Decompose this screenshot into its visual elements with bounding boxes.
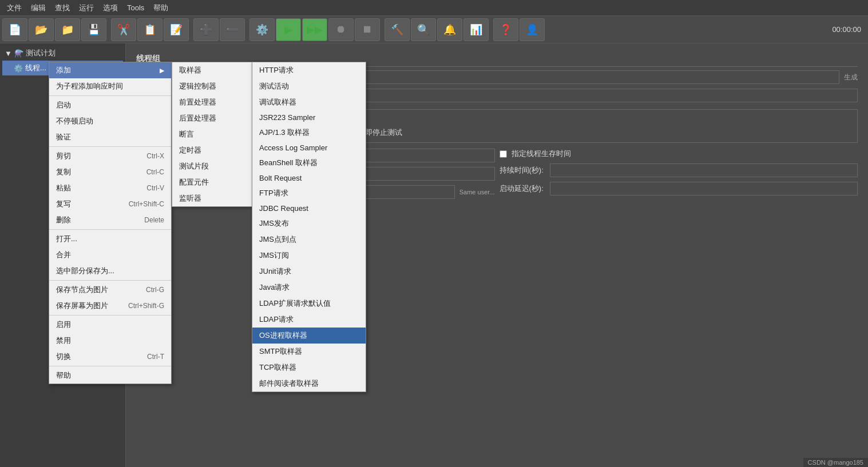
tree-root[interactable]: ▼ ⚗️ 测试计划 [2, 46, 123, 61]
sub2-ldap-ext[interactable]: LDAP扩展请求默认值 [252, 296, 366, 312]
sub2-jms-pub[interactable]: JMS发布 [252, 215, 366, 231]
ctx-save-node-img[interactable]: 保存节点为图片 Ctrl-G [49, 282, 171, 298]
toolbar-settings[interactable]: ⚙️ [249, 18, 275, 41]
toolbar-start-nopause[interactable]: ▶▶ [302, 18, 327, 41]
ctx-enable[interactable]: 启用 [49, 317, 171, 333]
toolbar-copy[interactable]: 📋 [137, 18, 162, 41]
ctx-help[interactable]: 帮助 [49, 368, 171, 384]
sub2-jsr223-label: JSR223 Sampler [259, 113, 359, 122]
sub2-http-label: HTTP请求 [259, 65, 359, 75]
sub2-jms-p2p-label: JMS点到点 [259, 234, 359, 245]
ctx-delete[interactable]: 删除 Delete [49, 212, 171, 228]
ctx-open-label: 打开... [56, 234, 164, 244]
toolbar: 📄 📂 📁 💾 ✂️ 📋 📝 ➕ ➖ ⚙️ ▶ ▶▶ ⏺ ⏹ 🔨 🔍 🔔 📊 ❓… [0, 16, 868, 43]
sub2-jms-p2p[interactable]: JMS点到点 [252, 231, 366, 248]
statusbar: CSDN @mango185 [803, 458, 868, 467]
ctx-cut[interactable]: 剪切 Ctrl-X [49, 148, 171, 164]
ctx-sep2 [49, 146, 171, 147]
ctx-duplicate[interactable]: 复写 Ctrl+Shift-C [49, 196, 171, 212]
menu-options[interactable]: 选项 [98, 1, 122, 15]
ctx-validate[interactable]: 验证 [49, 129, 171, 145]
sub2-jdbc[interactable]: JDBC Request [252, 201, 366, 215]
toolbar-add[interactable]: ➕ [193, 18, 219, 41]
toolbar-paste[interactable]: 📝 [164, 18, 189, 41]
ctx-save-selection[interactable]: 选中部分保存为... [49, 263, 171, 279]
tree-root-icon: ⚗️ [14, 49, 23, 58]
tree-root-label: 测试计划 [26, 48, 56, 58]
menu-file[interactable]: 文件 [2, 1, 26, 15]
sub2-debug-label: 调试取样器 [259, 97, 359, 107]
ctx-open[interactable]: 打开... [49, 231, 171, 247]
toolbar-remove[interactable]: ➖ [220, 18, 245, 41]
ctx-delete-shortcut: Delete [144, 216, 164, 224]
ctx-add-response-time[interactable]: 为子程添加响应时间 [49, 78, 171, 94]
specify-duration-check[interactable] [500, 150, 507, 158]
ctx-duplicate-shortcut: Ctrl+Shift-C [129, 200, 164, 208]
ctx-save-node-img-label: 保存节点为图片 [56, 285, 134, 295]
sub2-ldap-ext-label: LDAP扩展请求默认值 [259, 298, 359, 309]
menu-help[interactable]: 帮助 [149, 1, 173, 15]
sub2-java-label: Java请求 [259, 282, 359, 293]
sub2-smtp[interactable]: SMTP取样器 [252, 344, 366, 360]
ctx-disable[interactable]: 禁用 [49, 333, 171, 349]
toolbar-open[interactable]: 📂 [29, 18, 54, 41]
sub2-os-process[interactable]: OS进程取样器 [252, 328, 366, 344]
action-label-right: 生成 [844, 73, 858, 82]
menu-find[interactable]: 查找 [50, 1, 74, 15]
ctx-copy[interactable]: 复制 Ctrl-C [49, 164, 171, 180]
menu-edit[interactable]: 编辑 [26, 1, 50, 15]
ctx-validate-label: 验证 [56, 132, 164, 142]
toolbar-stop-circle[interactable]: ⏺ [328, 18, 354, 41]
toolbar-remote[interactable]: 🔍 [411, 18, 436, 41]
sub2-junit[interactable]: JUnit请求 [252, 264, 366, 280]
ctx-start[interactable]: 启动 [49, 97, 171, 113]
duration-input[interactable] [550, 163, 858, 177]
toolbar-templates[interactable]: 📁 [55, 18, 80, 41]
sub2-tcp[interactable]: TCP取样器 [252, 360, 366, 376]
ctx-add[interactable]: 添加 ▶ [49, 62, 171, 78]
toolbar-notify[interactable]: 🔔 [437, 18, 462, 41]
timer-display: 00:00:00 [832, 25, 866, 34]
sub2-test-action[interactable]: 测试活动 [252, 78, 366, 94]
main-context-menu[interactable]: 添加 ▶ 为子程添加响应时间 启动 不停顿启动 验证 剪切 Ctrl-X 复制 … [49, 62, 172, 384]
submenu-sampler[interactable]: HTTP请求 测试活动 调试取样器 JSR223 Sampler AJP/1.3… [252, 62, 366, 392]
toolbar-save[interactable]: 💾 [81, 18, 106, 41]
same-user-label: Same user... [459, 189, 495, 195]
ctx-toggle[interactable]: 切换 Ctrl-T [49, 349, 171, 365]
sub2-jsr223[interactable]: JSR223 Sampler [252, 110, 366, 125]
toolbar-start[interactable]: ▶ [276, 18, 301, 41]
toolbar-stop[interactable]: ⏹ [355, 18, 380, 41]
toolbar-user[interactable]: 👤 [520, 18, 545, 41]
tree-child-icon: ⚙️ [14, 64, 23, 73]
sub2-java[interactable]: Java请求 [252, 280, 366, 296]
menu-tools[interactable]: Tools [122, 2, 149, 14]
toolbar-cut[interactable]: ✂️ [111, 18, 136, 41]
toolbar-new[interactable]: 📄 [2, 18, 27, 41]
ctx-duplicate-label: 复写 [56, 199, 117, 209]
ctx-start-no-pause[interactable]: 不停顿启动 [49, 113, 171, 129]
toolbar-help[interactable]: ❓ [493, 18, 518, 41]
sub2-bolt[interactable]: Bolt Request [252, 171, 366, 185]
sub2-jms-pub-label: JMS发布 [259, 218, 359, 229]
sub2-ldap[interactable]: LDAP请求 [252, 312, 366, 328]
ctx-copy-label: 复制 [56, 167, 135, 177]
ctx-merge[interactable]: 合并 [49, 247, 171, 263]
ctx-start-no-pause-label: 不停顿启动 [56, 116, 164, 126]
startup-delay-label: 启动延迟(秒): [500, 183, 545, 194]
sub2-jms-sub[interactable]: JMS订阅 [252, 248, 366, 264]
sub2-mail-reader[interactable]: 邮件阅读者取样器 [252, 376, 366, 392]
toolbar-results[interactable]: 📊 [463, 18, 489, 41]
sub2-bolt-label: Bolt Request [259, 174, 359, 182]
sub2-jdbc-label: JDBC Request [259, 204, 359, 213]
startup-delay-input[interactable] [550, 182, 858, 195]
toolbar-build[interactable]: 🔨 [385, 18, 410, 41]
sub2-ftp[interactable]: FTP请求 [252, 185, 366, 201]
ctx-paste[interactable]: 粘贴 Ctrl-V [49, 180, 171, 196]
sub2-access-log[interactable]: Access Log Sampler [252, 141, 366, 155]
menu-run[interactable]: 运行 [74, 1, 98, 15]
sub2-debug[interactable]: 调试取样器 [252, 94, 366, 110]
sub2-beanshell[interactable]: BeanShell 取样器 [252, 155, 366, 171]
sub2-ajp[interactable]: AJP/1.3 取样器 [252, 125, 366, 141]
sub2-http[interactable]: HTTP请求 [252, 62, 366, 78]
ctx-save-screen-img[interactable]: 保存屏幕为图片 Ctrl+Shift-G [49, 298, 171, 314]
